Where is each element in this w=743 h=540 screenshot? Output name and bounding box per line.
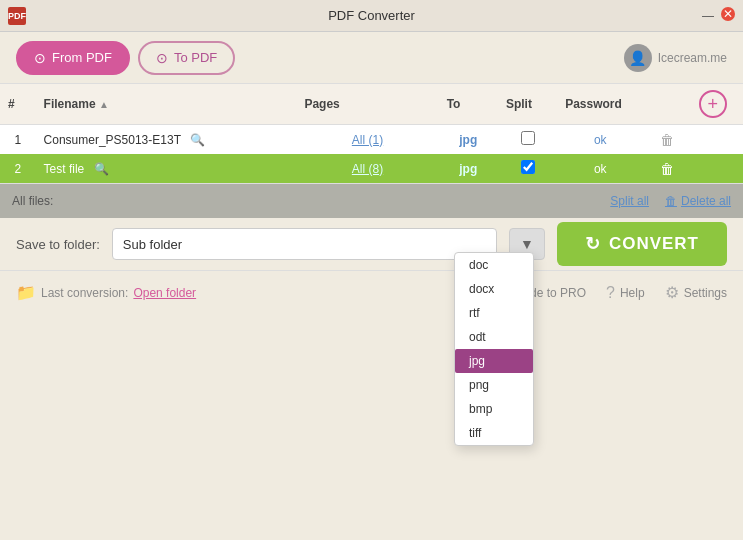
row2-password-status: ok bbox=[594, 162, 607, 176]
minimize-button[interactable]: — bbox=[699, 7, 717, 25]
to-pdf-icon: ⊙ bbox=[156, 50, 168, 66]
convert-label: CONVERT bbox=[609, 234, 699, 254]
row1-password-cell: ok bbox=[557, 125, 643, 155]
row1-empty bbox=[691, 125, 743, 155]
settings-item[interactable]: ⚙ Settings bbox=[665, 283, 727, 302]
row1-split-checkbox[interactable] bbox=[521, 131, 535, 145]
row2-num: 2 bbox=[0, 154, 36, 183]
row1-search-icon[interactable]: 🔍 bbox=[190, 133, 205, 147]
help-item[interactable]: ? Help bbox=[606, 283, 645, 302]
row1-format: jpg bbox=[439, 125, 498, 155]
table-header-row: # Filename ▲ Pages To Split Password + bbox=[0, 84, 743, 125]
open-folder-link[interactable]: Open folder bbox=[133, 286, 196, 300]
title-bar: PDF PDF Converter — ✕ bbox=[0, 0, 743, 32]
from-pdf-label: From PDF bbox=[52, 50, 112, 65]
all-files-actions: Split all 🗑 Delete all bbox=[610, 194, 731, 208]
dropdown-option-png[interactable]: png bbox=[455, 373, 533, 397]
file-table: # Filename ▲ Pages To Split Password + bbox=[0, 84, 743, 183]
row2-format-link[interactable]: jpg bbox=[459, 162, 477, 176]
split-all-button[interactable]: Split all bbox=[610, 194, 649, 208]
settings-label: Settings bbox=[684, 286, 727, 300]
row1-split-cell bbox=[498, 125, 557, 155]
add-file-button[interactable]: + bbox=[699, 90, 727, 118]
folder-browse-icon: ▼ bbox=[520, 236, 534, 252]
help-icon: ? bbox=[606, 284, 615, 302]
delete-all-button[interactable]: 🗑 Delete all bbox=[665, 194, 731, 208]
dropdown-option-tiff[interactable]: tiff bbox=[455, 421, 533, 445]
dropdown-option-odt[interactable]: odt bbox=[455, 325, 533, 349]
row1-password-status: ok bbox=[594, 133, 607, 147]
from-pdf-icon: ⊙ bbox=[34, 50, 46, 66]
toolbar-left: ⊙ From PDF ⊙ To PDF bbox=[16, 41, 235, 75]
folder-icon: 📁 bbox=[16, 283, 36, 302]
from-pdf-tab[interactable]: ⊙ From PDF bbox=[16, 41, 130, 75]
row1-format-link[interactable]: jpg bbox=[459, 133, 477, 147]
col-header-add: + bbox=[691, 84, 743, 125]
all-files-label: All files: bbox=[12, 194, 53, 208]
all-files-bar: All files: Split all 🗑 Delete all bbox=[0, 184, 743, 218]
dropdown-option-docx[interactable]: docx bbox=[455, 277, 533, 301]
last-conversion-item: 📁 Last conversion: Open folder bbox=[16, 283, 196, 302]
to-pdf-tab[interactable]: ⊙ To PDF bbox=[138, 41, 235, 75]
delete-all-icon: 🗑 bbox=[665, 194, 677, 208]
row1-pages-link[interactable]: All (1) bbox=[352, 133, 383, 147]
row1-filename: Consumer_PS5013-E13T 🔍 bbox=[36, 125, 297, 155]
row2-pages-link[interactable]: All (8) bbox=[352, 162, 383, 176]
row1-pages: All (1) bbox=[296, 125, 438, 155]
convert-refresh-icon: ↻ bbox=[585, 233, 601, 255]
last-conversion-label: Last conversion: bbox=[41, 286, 128, 300]
close-button[interactable]: ✕ bbox=[721, 7, 735, 21]
dropdown-option-jpg[interactable]: jpg bbox=[455, 349, 533, 373]
toolbar: ⊙ From PDF ⊙ To PDF 👤 Icecream.me bbox=[0, 32, 743, 84]
col-header-num: # bbox=[0, 84, 36, 125]
table-row: 1 Consumer_PS5013-E13T 🔍 All (1) jpg bbox=[0, 125, 743, 155]
title-bar-left: PDF bbox=[8, 7, 26, 25]
row2-split-checkbox[interactable] bbox=[521, 160, 535, 174]
col-header-split: Split bbox=[498, 84, 557, 125]
col-header-to: To bbox=[439, 84, 498, 125]
col-header-password: Password bbox=[557, 84, 643, 125]
convert-button[interactable]: ↻ CONVERT bbox=[557, 222, 727, 266]
table-row: 2 Test file 🔍 All (8) jpg o bbox=[0, 154, 743, 183]
sort-arrow-icon: ▲ bbox=[99, 99, 109, 110]
to-pdf-label: To PDF bbox=[174, 50, 217, 65]
save-bar: Save to folder: ▼ ↻ CONVERT bbox=[0, 218, 743, 270]
row2-pages: All (8) bbox=[296, 154, 438, 183]
help-label: Help bbox=[620, 286, 645, 300]
col-header-pages: Pages bbox=[296, 84, 438, 125]
row2-delete-cell: 🗑 bbox=[643, 154, 690, 183]
dropdown-option-doc[interactable]: doc bbox=[455, 253, 533, 277]
format-dropdown: doc docx rtf odt jpg png bmp tiff bbox=[454, 252, 534, 446]
row2-delete-button[interactable]: 🗑 bbox=[660, 161, 674, 177]
profile-avatar: 👤 bbox=[624, 44, 652, 72]
toolbar-right: 👤 Icecream.me bbox=[624, 44, 727, 72]
dropdown-option-bmp[interactable]: bmp bbox=[455, 397, 533, 421]
col-header-delete bbox=[643, 84, 690, 125]
dropdown-option-rtf[interactable]: rtf bbox=[455, 301, 533, 325]
row2-filename: Test file 🔍 bbox=[36, 154, 297, 183]
col-header-filename: Filename ▲ bbox=[36, 84, 297, 125]
settings-icon: ⚙ bbox=[665, 283, 679, 302]
title-bar-controls: — ✕ bbox=[699, 7, 735, 25]
row2-password-cell: ok bbox=[557, 154, 643, 183]
save-to-folder-label: Save to folder: bbox=[16, 237, 100, 252]
row2-split-cell bbox=[498, 154, 557, 183]
row2-format: jpg bbox=[439, 154, 498, 183]
profile-label: Icecream.me bbox=[658, 51, 727, 65]
main-content: # Filename ▲ Pages To Split Password + bbox=[0, 84, 743, 270]
row1-delete-button[interactable]: 🗑 bbox=[660, 132, 674, 148]
row1-num: 1 bbox=[0, 125, 36, 155]
row2-empty bbox=[691, 154, 743, 183]
window-title: PDF Converter bbox=[328, 8, 415, 23]
file-table-container: # Filename ▲ Pages To Split Password + bbox=[0, 84, 743, 184]
app-icon: PDF bbox=[8, 7, 26, 25]
row1-delete-cell: 🗑 bbox=[643, 125, 690, 155]
save-folder-input[interactable] bbox=[112, 228, 497, 260]
row2-search-icon[interactable]: 🔍 bbox=[94, 162, 109, 176]
bottom-bar: 📁 Last conversion: Open folder ⬆ Upgrade… bbox=[0, 270, 743, 314]
